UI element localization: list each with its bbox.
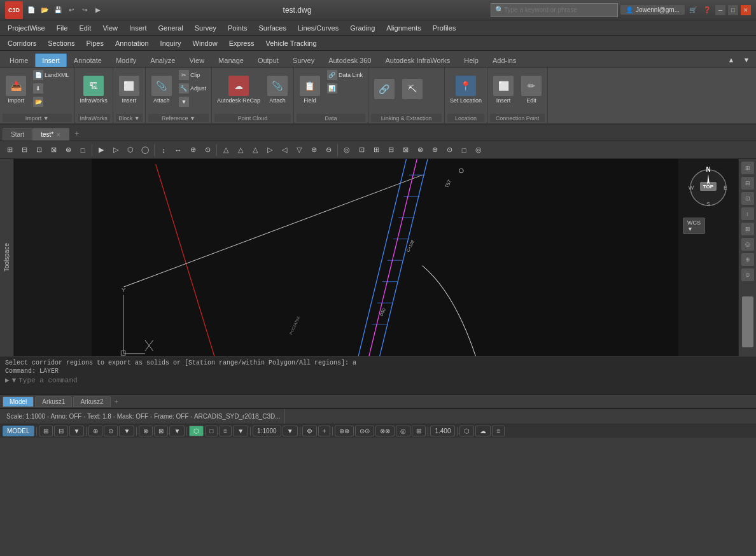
tb-sel2[interactable]: ▷ (109, 143, 123, 157)
tb-misc1[interactable]: ◎ (340, 143, 354, 157)
rp-view2[interactable]: ⊟ (741, 177, 754, 190)
tb-view1[interactable]: ↕ (157, 143, 171, 157)
ref-more-button[interactable]: ▼ (176, 95, 209, 108)
bt-snap5[interactable]: ⊕⊕ (335, 426, 354, 436)
menu-window[interactable]: Window (188, 36, 223, 50)
field-button[interactable]: 📋 Field (297, 69, 323, 111)
tab-survey[interactable]: Survey (286, 53, 321, 67)
menu-insert[interactable]: Insert (124, 21, 152, 35)
bt-line2[interactable]: □ (205, 426, 218, 436)
tb-draw1[interactable]: △ (219, 143, 233, 157)
bt-snap3[interactable]: ▼ (119, 426, 134, 436)
new-button[interactable]: 📄 (25, 4, 37, 16)
bt-render2[interactable]: ☁ (475, 426, 491, 436)
infraworks-button[interactable]: 🏗 InfraWorks (78, 69, 110, 111)
menu-lines-curves[interactable]: Lines/Curves (293, 21, 344, 35)
tb-snap4[interactable]: ⊠ (46, 143, 60, 157)
close-button[interactable]: ✕ (741, 5, 751, 15)
tab-home[interactable]: Home (3, 53, 35, 67)
menu-profiles[interactable]: Profiles (428, 21, 461, 35)
menu-corridors[interactable]: Corridors (3, 36, 41, 50)
tab-help[interactable]: Help (457, 53, 486, 67)
menu-edit[interactable]: Edit (74, 21, 96, 35)
bt-snap8[interactable]: ◎ (396, 426, 410, 436)
redo-button[interactable]: ↪ (79, 4, 90, 16)
set-location-button[interactable]: 📍 Set Location (447, 69, 484, 111)
bt-ortho[interactable]: ⊗ (139, 426, 153, 436)
tab-add-button[interactable]: + (69, 127, 84, 141)
save-button[interactable]: 💾 (52, 4, 64, 16)
tab-autodesk360[interactable]: Autodesk 360 (321, 53, 378, 67)
tab-addins[interactable]: Add-ins (486, 53, 523, 67)
rp-view3[interactable]: ⊡ (741, 192, 754, 205)
menu-survey[interactable]: Survey (190, 21, 221, 35)
bt-render1[interactable]: ⬡ (459, 426, 474, 436)
bt-snap9[interactable]: ⊞ (412, 426, 426, 436)
drawing-canvas[interactable]: T57 C+102 D50 POCZATEK (14, 159, 756, 356)
menu-sections[interactable]: Sections (43, 36, 80, 50)
search-bar[interactable]: 🔍 (491, 3, 618, 17)
open-button[interactable]: 📂 (39, 4, 50, 16)
model-tab-add[interactable]: + (112, 398, 121, 405)
data-link-button[interactable]: 🔗 Data Link (325, 69, 365, 81)
tab-manage[interactable]: Manage (211, 53, 251, 67)
tb-sel3[interactable]: ⬡ (123, 143, 137, 157)
connection-edit-button[interactable]: ✏ Edit (518, 69, 545, 111)
cmd-dropdown-icon[interactable]: ▼ (12, 377, 17, 384)
bt-snap2[interactable]: ⊙ (104, 426, 118, 436)
menu-pipes[interactable]: Pipes (81, 36, 109, 50)
bt-line1[interactable]: ⬡ (189, 426, 204, 436)
rp-view6[interactable]: ◎ (741, 238, 754, 251)
tb-view3[interactable]: ⊕ (186, 143, 200, 157)
rp-view4[interactable]: ↕ (741, 207, 754, 220)
menu-surfaces[interactable]: Surfaces (254, 21, 291, 35)
linking-btn1[interactable]: 🔗 (371, 69, 398, 111)
bt-line3[interactable]: ≡ (219, 426, 232, 436)
rp-scroll-thumb[interactable] (742, 296, 753, 347)
menu-file[interactable]: File (52, 21, 73, 35)
menu-grading[interactable]: Grading (345, 21, 380, 35)
attach-button[interactable]: 📎 Attach (148, 69, 175, 111)
import-small-button[interactable]: ⬇ (31, 82, 72, 95)
menu-express[interactable]: Express (224, 36, 260, 50)
tb-snap1[interactable]: ⊞ (3, 143, 17, 157)
bt-scale-down[interactable]: ▼ (283, 426, 298, 436)
bt-plus[interactable]: + (318, 426, 331, 436)
menu-view[interactable]: View (97, 21, 123, 35)
menu-projectwise[interactable]: ProjectWise (3, 21, 50, 35)
import-extra-button[interactable]: 📂 (31, 95, 72, 108)
ribbon-more-button[interactable]: ▼ (739, 53, 753, 67)
pointcloud-attach-button[interactable]: 📎 Attach (264, 69, 291, 111)
bt-polar[interactable]: ⊠ (154, 426, 168, 436)
toolspace-label[interactable]: Toolspace (3, 243, 10, 272)
tb-draw5[interactable]: ◁ (277, 143, 291, 157)
help-button[interactable]: ❓ (701, 4, 713, 16)
tab-modify[interactable]: Modify (109, 53, 143, 67)
bt-line4[interactable]: ▼ (233, 426, 248, 436)
bt-scale[interactable]: 1:1000 (253, 426, 281, 436)
tb-view2[interactable]: ↔ (171, 143, 185, 157)
tb-snap5[interactable]: ⊗ (61, 143, 75, 157)
menu-general[interactable]: General (153, 21, 188, 35)
tb-draw8[interactable]: ⊖ (321, 143, 335, 157)
menu-points[interactable]: Points (223, 21, 253, 35)
tb-misc4[interactable]: ⊟ (384, 143, 398, 157)
block-insert-button[interactable]: ⬜ Insert (116, 69, 143, 111)
tb-snap2[interactable]: ⊟ (17, 143, 31, 157)
import-button[interactable]: 📥 Import (3, 69, 29, 111)
tb-sel1[interactable]: ▶ (94, 143, 108, 157)
model-tab-arkusz1[interactable]: Arkusz1 (35, 396, 72, 407)
tab-close-icon[interactable]: ✕ (56, 132, 61, 138)
bt-grid1[interactable]: ⊞ (39, 426, 53, 436)
bt-snap1[interactable]: ⊕ (88, 426, 102, 436)
qa-more-button[interactable]: ▶ (92, 4, 104, 16)
linking-btn2[interactable]: ⛏ (399, 69, 426, 111)
menu-alignments[interactable]: Alignments (381, 21, 426, 35)
maximize-button[interactable]: □ (728, 5, 738, 15)
bt-snap7[interactable]: ⊗⊗ (375, 426, 395, 436)
minimize-button[interactable]: ─ (715, 5, 725, 15)
bt-grid2[interactable]: ⊟ (54, 426, 68, 436)
tab-insert[interactable]: Insert (35, 53, 67, 67)
tb-misc2[interactable]: ⊡ (354, 143, 368, 157)
bt-grid3[interactable]: ▼ (69, 426, 85, 436)
